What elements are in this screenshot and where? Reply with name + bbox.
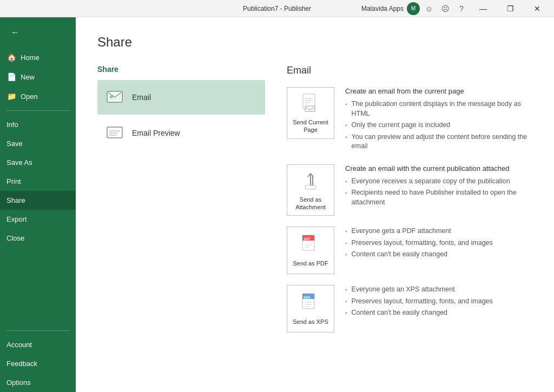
- sidebar-item-close-label: Close: [6, 234, 24, 242]
- main-content: Share Share @ Email: [76, 17, 554, 392]
- minimize-button[interactable]: —: [471, 0, 496, 17]
- user-info: Malavida Apps M: [361, 2, 420, 15]
- sidebar-item-print[interactable]: Print: [0, 172, 76, 191]
- send-as-xps-icon: xps: [300, 291, 321, 315]
- bullet-item: Content can't be easily changed: [345, 250, 532, 260]
- bullet-item: Everyone receives a separate copy of the…: [345, 177, 532, 187]
- sidebar: ← 🏠 Home 📄 New 📁 Open Info Save: [0, 17, 76, 392]
- share-option-email[interactable]: @ Email: [97, 80, 265, 115]
- share-option-email-preview[interactable]: Email Preview: [97, 116, 265, 150]
- send-as-attachment-label: Send asAttachment: [295, 196, 326, 211]
- sidebar-item-home-label: Home: [21, 54, 39, 62]
- new-icon: 📄: [6, 72, 16, 81]
- send-as-pdf-bullets: Everyone gets a PDF attachment Preserves…: [345, 227, 532, 260]
- share-panel-title: Share: [97, 65, 265, 74]
- sidebar-item-info-label: Info: [6, 121, 18, 129]
- sidebar-item-new[interactable]: 📄 New: [0, 67, 76, 87]
- sidebar-middle-nav: Info Save Save As Print Share Export Clo…: [0, 115, 76, 248]
- sidebar-item-share[interactable]: Share: [0, 191, 76, 210]
- send-as-attachment-bullets: Everyone receives a separate copy of the…: [345, 177, 532, 208]
- svg-text:xps: xps: [304, 295, 310, 300]
- send-as-xps-bullets: Everyone gets an XPS attachment Preserve…: [345, 285, 532, 318]
- sidebar-item-save[interactable]: Save: [0, 134, 76, 153]
- sidebar-item-feedback[interactable]: Feedback: [0, 354, 76, 373]
- sidebar-bottom-nav: Account Feedback Options: [0, 326, 76, 392]
- app-title: Publication7 - Publisher: [243, 5, 311, 12]
- app-body: ← 🏠 Home 📄 New 📁 Open Info Save: [0, 17, 554, 392]
- avatar: M: [407, 2, 420, 15]
- sidebar-item-open-label: Open: [21, 92, 38, 101]
- svg-text:pdf: pdf: [304, 237, 311, 241]
- send-as-xps-button[interactable]: xps Send as XPS: [287, 285, 334, 333]
- bullet-item: The publication content displays in the …: [345, 99, 532, 118]
- feedback-icons: ☺ ☹: [422, 2, 452, 16]
- titlebar: Publication7 - Publisher Malavida Apps M…: [0, 0, 554, 17]
- sidebar-item-options-label: Options: [6, 378, 31, 387]
- sidebar-divider-1: [6, 110, 69, 111]
- help-icon[interactable]: ?: [454, 2, 469, 16]
- send-current-page-bullets: The publication content displays in the …: [345, 99, 532, 151]
- share-panel: Share @ Email: [97, 65, 265, 343]
- send-current-page-button[interactable]: Send CurrentPage: [287, 87, 334, 139]
- home-icon: 🏠: [6, 53, 16, 62]
- send-as-xps-info: Everyone gets an XPS attachment Preserve…: [345, 285, 532, 320]
- email-card-send-as-xps: xps Send as XPS Everyone gets an XPS att…: [287, 285, 532, 333]
- bullet-item: Content can't be easily changed: [345, 308, 532, 318]
- share-option-email-preview-label: Email Preview: [132, 129, 180, 137]
- sidebar-divider-2: [6, 330, 69, 331]
- open-icon: 📁: [6, 92, 16, 101]
- happy-icon[interactable]: ☺: [422, 2, 436, 16]
- bullet-item: Everyone gets a PDF attachment: [345, 227, 532, 236]
- close-button[interactable]: ✕: [525, 0, 550, 17]
- sidebar-item-feedback-label: Feedback: [6, 360, 37, 368]
- sidebar-item-close[interactable]: Close: [0, 229, 76, 248]
- send-current-page-label: Send CurrentPage: [293, 118, 328, 134]
- send-as-attachment-button[interactable]: Send asAttachment: [287, 164, 334, 216]
- sidebar-item-options[interactable]: Options: [0, 373, 76, 392]
- sidebar-item-new-label: New: [21, 73, 35, 81]
- bullet-item: Preserves layout, formatting, fonts, and…: [345, 238, 532, 248]
- sidebar-item-share-label: Share: [6, 196, 25, 204]
- titlebar-controls: Malavida Apps M ☺ ☹ ? — ❐ ✕: [361, 0, 550, 17]
- svg-rect-12: [305, 185, 316, 189]
- sidebar-item-open[interactable]: 📁 Open: [0, 87, 76, 106]
- email-card-send-as-pdf: pdf Send as PDF Everyone gets a PDF atta…: [287, 227, 532, 274]
- bullet-item: Only the current page is included: [345, 121, 532, 130]
- sidebar-item-info[interactable]: Info: [0, 115, 76, 134]
- send-as-pdf-button[interactable]: pdf Send as PDF: [287, 227, 334, 274]
- email-panel-title: Email: [287, 65, 532, 76]
- bullet-item: Recipients need to have Publisher instal…: [345, 188, 532, 207]
- sidebar-item-export[interactable]: Export: [0, 210, 76, 229]
- sidebar-item-export-label: Export: [6, 215, 27, 223]
- sidebar-top-nav: 🏠 Home 📄 New 📁 Open: [0, 48, 76, 106]
- svg-rect-3: [107, 127, 122, 138]
- sidebar-item-save-as-label: Save As: [6, 158, 32, 167]
- sidebar-item-account[interactable]: Account: [0, 335, 76, 354]
- email-panel: Email: [287, 65, 532, 343]
- send-current-page-icon: [300, 92, 321, 115]
- sidebar-item-print-label: Print: [6, 177, 21, 185]
- email-preview-option-icon: [106, 123, 126, 143]
- restore-button[interactable]: ❐: [498, 0, 523, 17]
- sidebar-item-home[interactable]: 🏠 Home: [0, 48, 76, 67]
- sidebar-item-account-label: Account: [6, 341, 32, 349]
- send-as-pdf-info: Everyone gets a PDF attachment Preserves…: [345, 227, 532, 262]
- titlebar-title: Publication7 - Publisher: [243, 5, 311, 12]
- email-option-icon: @: [106, 88, 126, 107]
- sidebar-back-button[interactable]: ←: [4, 22, 26, 43]
- share-option-email-label: Email: [132, 93, 151, 102]
- send-as-pdf-label: Send as PDF: [293, 260, 328, 267]
- bullet-item: Preserves layout, formatting, fonts, and…: [345, 297, 532, 307]
- sidebar-item-save-label: Save: [6, 139, 23, 148]
- page-title: Share: [97, 35, 532, 50]
- send-as-xps-label: Send as XPS: [293, 318, 328, 325]
- sidebar-item-save-as[interactable]: Save As: [0, 153, 76, 172]
- bullet-item: You can preview and adjust the content b…: [345, 132, 532, 151]
- sad-icon[interactable]: ☹: [438, 2, 452, 16]
- bullet-item: Everyone gets an XPS attachment: [345, 285, 532, 295]
- send-as-attachment-title: Create an email with the current publica…: [345, 164, 532, 172]
- send-as-attachment-info: Create an email with the current publica…: [345, 164, 532, 210]
- content-body: Share @ Email: [97, 65, 532, 343]
- send-as-attachment-icon: [300, 169, 321, 192]
- user-label: Malavida Apps: [361, 5, 404, 12]
